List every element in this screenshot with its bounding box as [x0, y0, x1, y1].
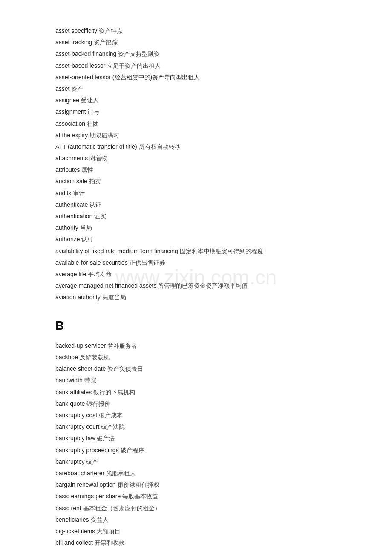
- entry-en: bank affiliates: [55, 389, 92, 396]
- entry-en: authorize: [55, 236, 80, 243]
- list-item: assignment 让与: [55, 107, 337, 117]
- list-item: auction sale 拍卖: [55, 176, 337, 187]
- entry-zh: 受益人: [91, 516, 109, 523]
- entry-zh: 认可: [81, 236, 93, 243]
- entry-en: bareboat charterer: [55, 470, 104, 477]
- entry-en: average managed net financed assets: [55, 282, 156, 289]
- entry-zh: 资产特点: [99, 27, 123, 34]
- entry-zh: 银行报价: [86, 400, 110, 407]
- section-header-b: B: [55, 315, 337, 336]
- list-item: bankruptcy proceedings 破产程序: [55, 445, 337, 456]
- entry-en: bankruptcy: [55, 458, 84, 465]
- entry-zh: 立足于资产的出租人: [107, 62, 161, 69]
- list-item: asset 资产: [55, 84, 337, 94]
- list-item: available-for-sale securities 正供出售证券: [55, 257, 337, 268]
- entry-en: availability of fixed rate medium-term f…: [55, 248, 178, 254]
- list-item: bank affiliates 银行的下属机构: [55, 387, 337, 398]
- entry-en: at the expiry: [55, 132, 88, 139]
- list-item: backhoe 反铲装载机: [55, 352, 337, 363]
- entry-zh: 让与: [87, 108, 99, 115]
- entry-zh: 认证: [89, 201, 101, 208]
- list-item: backed-up servicer 替补服务者: [55, 341, 337, 351]
- list-item: asset specificity 资产特点: [55, 26, 337, 36]
- entry-en: beneficiaries: [55, 516, 89, 523]
- list-item: basic earnings per share 每股基本收益: [55, 491, 337, 502]
- entry-zh: 银行的下属机构: [93, 389, 135, 396]
- list-item: average managed net financed assets 所管理的…: [55, 280, 337, 291]
- list-item: authentication 证实: [55, 211, 337, 222]
- entry-zh: 审计: [73, 190, 85, 197]
- entry-en: basic earnings per share: [55, 493, 121, 500]
- entry-en: available-for-sale securities: [55, 259, 128, 266]
- entry-zh: 所有权自动转移: [139, 143, 181, 150]
- list-item: attachments 附着物: [55, 153, 337, 164]
- list-item: asset-based lessor 立足于资产的出租人: [55, 61, 337, 71]
- entry-en: attributes: [55, 166, 80, 173]
- entry-en: audits: [55, 190, 71, 197]
- entry-zh: 基本租金（各期应付的租金）: [83, 505, 161, 512]
- list-item: ATT (automatic transfer of title) 所有权自动转…: [55, 142, 337, 152]
- entry-en: basic rent: [55, 505, 81, 512]
- entry-en: bargain renewal option: [55, 481, 116, 488]
- entry-en: balance sheet date: [55, 365, 106, 372]
- entry-zh: 民航当局: [102, 294, 126, 301]
- entry-en: assignment: [55, 108, 86, 115]
- list-item: bill and collect 开票和收款: [55, 538, 337, 548]
- list-item: bankruptcy court 破产法院: [55, 422, 337, 432]
- list-item: authority 当局: [55, 223, 337, 233]
- entry-zh: 附着物: [89, 155, 107, 162]
- entry-zh: 破产成本: [99, 412, 123, 419]
- list-item: aviation authority 民航当局: [55, 292, 337, 303]
- entry-en: bank quote: [55, 400, 85, 407]
- entry-zh: 破产法院: [101, 423, 125, 430]
- entry-zh: 受让人: [81, 97, 99, 104]
- entry-zh: 资产支持型融资: [118, 50, 160, 57]
- entry-en: bankruptcy cost: [55, 412, 97, 419]
- entry-en: asset-backed financing: [55, 50, 116, 57]
- list-item: beneficiaries 受益人: [55, 515, 337, 525]
- entry-zh: 所管理的已筹资金资产净额平均值: [158, 282, 248, 289]
- entry-en: aviation authority: [55, 294, 101, 301]
- entry-zh: 破产: [86, 458, 98, 465]
- entry-en: authority: [55, 224, 78, 231]
- entry-zh: 拍卖: [89, 178, 101, 185]
- list-item: asset-backed financing 资产支持型融资: [55, 49, 337, 59]
- entry-en: asset tracking: [55, 39, 92, 46]
- list-item: basic rent 基本租金（各期应付的租金）: [55, 503, 337, 514]
- entry-en: authentication: [55, 213, 92, 220]
- list-item: bargain renewal option 廉价续租任择权: [55, 480, 337, 490]
- entry-en: asset specificity: [55, 27, 97, 34]
- list-item: asset-oriented lessor (经营租赁中的)资产导向型出租人: [55, 72, 337, 83]
- list-item: attributes 属性: [55, 165, 337, 175]
- entry-zh: 反铲装载机: [80, 354, 110, 361]
- entry-zh: 证实: [94, 213, 106, 220]
- list-item: availability of fixed rate medium-term f…: [55, 246, 337, 257]
- list-item: authenticate 认证: [55, 199, 337, 210]
- entry-en: big-ticket items: [55, 528, 95, 535]
- entry-en: asset-oriented lessor (经营租赁中的)资产导向型出租人: [55, 74, 200, 81]
- entry-zh: 大额项目: [97, 528, 121, 535]
- entry-en: bankruptcy law: [55, 435, 95, 442]
- list-item: asset tracking 资产跟踪: [55, 37, 337, 48]
- entry-en: asset: [55, 85, 69, 92]
- entry-en: attachments: [55, 155, 88, 162]
- entry-en: bankruptcy proceedings: [55, 447, 119, 454]
- entry-en: asset-based lessor: [55, 62, 106, 69]
- entry-en: auction sale: [55, 178, 87, 185]
- list-item: bankruptcy law 破产法: [55, 433, 337, 444]
- list-item: balance sheet date 资产负债表日: [55, 364, 337, 374]
- entry-zh: 带宽: [84, 377, 96, 384]
- entry-zh: 开票和收款: [95, 539, 124, 546]
- entry-en: authenticate: [55, 201, 88, 208]
- entry-zh: 廉价续租任择权: [118, 481, 159, 488]
- entry-zh: 替补服务者: [107, 342, 137, 349]
- entry-en: backed-up servicer: [55, 342, 106, 349]
- content: asset specificity 资产特点asset tracking 资产跟…: [55, 26, 337, 548]
- entry-zh: 属性: [81, 166, 93, 173]
- entry-zh: 资产跟踪: [94, 39, 118, 46]
- entry-zh: 社团: [87, 120, 99, 127]
- entry-zh: 期限届满时: [89, 132, 119, 139]
- list-item: bareboat charterer 光船承租人: [55, 468, 337, 479]
- entry-zh: 资产负债表日: [107, 365, 143, 372]
- list-item: bankruptcy 破产: [55, 457, 337, 467]
